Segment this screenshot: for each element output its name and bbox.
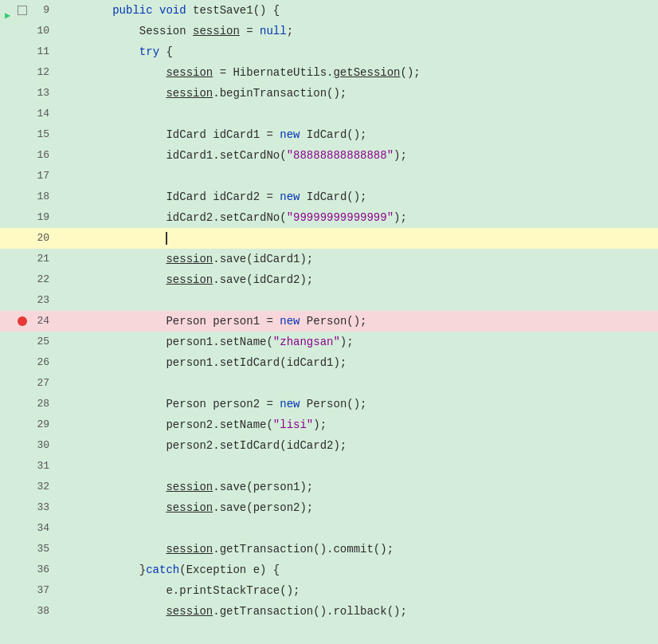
gutter-space xyxy=(18,192,27,202)
line-gutter: ▶9 xyxy=(0,0,56,21)
code-line: 37 e.printStackTrace(); xyxy=(0,580,658,601)
code-content[interactable]: session.beginTransaction(); xyxy=(56,83,658,104)
code-text: idCard1.setCardNo( xyxy=(59,149,287,162)
identifier: session xyxy=(166,543,213,556)
code-content[interactable] xyxy=(56,228,658,249)
code-content[interactable]: person1.setName("zhangsan"); xyxy=(56,332,658,352)
gutter-space xyxy=(18,296,27,305)
gutter-space xyxy=(18,130,27,139)
code-content[interactable] xyxy=(56,518,658,539)
code-content[interactable]: person2.setName("lisi"); xyxy=(56,414,658,435)
code-content[interactable]: idCard2.setCardNo("99999999999999"); xyxy=(56,207,658,228)
line-number: 11 xyxy=(30,41,49,62)
code-text: Person(); xyxy=(300,398,366,410)
line-gutter: 37 xyxy=(0,580,56,601)
line-gutter: 23 xyxy=(0,290,56,311)
code-content[interactable]: public void testSave1() { xyxy=(56,0,658,21)
gutter-space xyxy=(18,358,27,367)
code-content[interactable] xyxy=(56,456,658,477)
line-number: 9 xyxy=(30,0,49,21)
identifier: session xyxy=(166,605,213,618)
code-text: = HibernateUtils. xyxy=(213,66,333,79)
identifier: session xyxy=(166,481,213,493)
breakpoint-icon[interactable] xyxy=(18,316,27,326)
code-content[interactable]: session.save(person1); xyxy=(56,477,658,497)
code-line: 11 try { xyxy=(0,41,658,62)
code-text: .save(person2); xyxy=(213,501,313,514)
gutter-space xyxy=(18,47,27,57)
code-content[interactable] xyxy=(56,166,658,187)
run-icon[interactable]: ▶ xyxy=(5,6,14,15)
code-text: Person person2 = xyxy=(59,398,280,410)
line-number: 18 xyxy=(30,187,49,207)
keyword: null xyxy=(260,25,287,37)
code-content[interactable]: session.getTransaction().rollback(); xyxy=(56,601,658,622)
code-line: 36 }catch(Exception e) { xyxy=(0,560,658,580)
gutter-space xyxy=(18,213,27,222)
gutter-space xyxy=(18,337,27,347)
code-content[interactable]: IdCard idCard1 = new IdCard(); xyxy=(56,124,658,145)
code-content[interactable]: session.save(idCard1); xyxy=(56,249,658,269)
line-gutter: 28 xyxy=(0,394,56,414)
code-text xyxy=(59,4,112,17)
line-number: 25 xyxy=(30,332,49,352)
identifier: session xyxy=(193,25,240,37)
code-content[interactable]: Session session = null; xyxy=(56,21,658,41)
keyword: catch xyxy=(146,564,179,576)
code-line: 29 person2.setName("lisi"); xyxy=(0,414,658,435)
line-number: 16 xyxy=(30,145,49,166)
code-content[interactable] xyxy=(56,373,658,394)
gutter-space xyxy=(18,275,27,285)
string-literal: "zhangsan" xyxy=(273,336,340,348)
code-text: person1.setName( xyxy=(59,336,273,348)
line-gutter: 32 xyxy=(0,477,56,497)
code-text: ) { xyxy=(260,564,280,576)
code-text: testSave1() { xyxy=(186,4,280,17)
code-text: Session xyxy=(59,25,193,37)
line-gutter: 13 xyxy=(0,83,56,104)
gutter-space xyxy=(18,565,27,575)
code-content[interactable] xyxy=(56,290,658,311)
code-content[interactable]: person1.setIdCard(idCard1); xyxy=(56,352,658,373)
code-text: ); xyxy=(313,418,327,431)
gutter-space xyxy=(18,524,27,533)
code-content[interactable]: Person person2 = new Person(); xyxy=(56,394,658,414)
text-cursor xyxy=(166,232,167,245)
code-text: person2.setIdCard(idCard2); xyxy=(59,439,347,452)
code-content[interactable]: }catch(Exception e) { xyxy=(56,560,658,580)
keyword: new xyxy=(280,315,300,328)
code-content[interactable]: person2.setIdCard(idCard2); xyxy=(56,435,658,456)
code-line: 34 xyxy=(0,518,658,539)
identifier: getSession xyxy=(333,66,400,79)
code-content[interactable]: Person person1 = new Person(); xyxy=(56,311,658,332)
line-number: 27 xyxy=(30,373,49,394)
code-text: e.printStackTrace(); xyxy=(59,584,300,597)
code-content[interactable] xyxy=(56,104,658,124)
code-text xyxy=(59,253,166,265)
code-content[interactable]: session.save(person2); xyxy=(56,497,658,518)
code-content[interactable]: idCard1.setCardNo("88888888888888"); xyxy=(56,145,658,166)
keyword: void xyxy=(159,4,186,17)
line-gutter: 21 xyxy=(0,249,56,269)
code-content[interactable]: session.save(idCard2); xyxy=(56,269,658,290)
code-text: e xyxy=(253,564,260,576)
line-number: 37 xyxy=(30,580,49,601)
code-line: 12 session = HibernateUtils.getSession()… xyxy=(0,62,658,83)
line-number: 12 xyxy=(30,62,49,83)
code-text: IdCard(); xyxy=(300,128,366,141)
code-content[interactable]: try { xyxy=(56,41,658,62)
gutter-space xyxy=(18,68,27,77)
code-content[interactable]: e.printStackTrace(); xyxy=(56,580,658,601)
code-content[interactable]: session.getTransaction().commit(); xyxy=(56,539,658,560)
code-content[interactable]: session = HibernateUtils.getSession(); xyxy=(56,62,658,83)
code-line: ▶9 public void testSave1() { xyxy=(0,0,658,21)
code-text xyxy=(59,273,166,286)
code-text: IdCard idCard1 = xyxy=(59,128,280,141)
code-line: 18 IdCard idCard2 = new IdCard(); xyxy=(0,187,658,207)
line-gutter: 24 xyxy=(0,311,56,332)
code-text xyxy=(59,501,166,514)
code-text xyxy=(59,45,139,58)
code-content[interactable]: IdCard idCard2 = new IdCard(); xyxy=(56,187,658,207)
code-text: ; xyxy=(287,25,293,37)
code-line: 20 xyxy=(0,228,658,249)
